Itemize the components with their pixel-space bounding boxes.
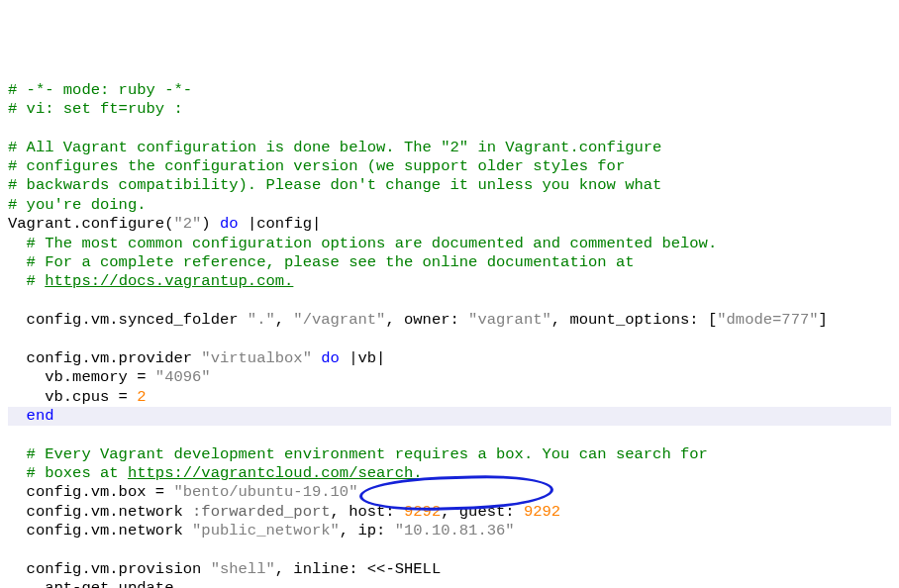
- code-token: , mount_options: [: [551, 311, 717, 329]
- code-token: |config|: [239, 215, 322, 233]
- number-literal: 2: [137, 388, 146, 406]
- comment-line: # configures the configuration version (…: [8, 157, 625, 175]
- code-token: Vagrant: [8, 215, 72, 233]
- string-literal: "public_network": [192, 522, 340, 539]
- code-token: , guest:: [441, 503, 524, 521]
- symbol-literal: :forwarded_port: [192, 503, 331, 521]
- comment-line: # For a complete reference, please see t…: [8, 253, 635, 271]
- comment-line: #: [8, 272, 45, 290]
- code-token: ,: [275, 311, 294, 329]
- code-token: , owner:: [385, 311, 468, 329]
- string-literal: "vagrant": [468, 311, 551, 329]
- comment-line: # -*- mode: ruby -*-: [8, 81, 192, 99]
- comment-line: # The most common configuration options …: [8, 235, 717, 252]
- number-literal: 9292: [404, 503, 441, 521]
- code-token: config.vm.synced_folder: [8, 311, 248, 329]
- code-token: vb.memory =: [8, 368, 155, 386]
- string-literal: "2": [173, 215, 201, 233]
- code-token: , host:: [331, 503, 404, 521]
- code-token: ): [201, 215, 220, 233]
- heredoc-open: <<-SHELL: [367, 560, 441, 578]
- search-link: https://vagrantcloud.com/search.: [128, 464, 423, 482]
- string-literal: "/vagrant": [293, 311, 385, 329]
- string-literal: "dmode=777": [717, 311, 818, 329]
- comment-line: # you're doing.: [8, 196, 147, 214]
- code-token: .configure(: [72, 215, 173, 233]
- code-token: ]: [819, 311, 828, 329]
- code-token: config.vm.provider: [8, 349, 201, 367]
- code-token: vb.cpus =: [8, 388, 137, 406]
- code-token: [312, 349, 321, 367]
- string-literal: "virtualbox": [201, 349, 312, 367]
- shell-line: apt-get update: [8, 579, 173, 588]
- doc-link: https://docs.vagrantup.com.: [45, 272, 293, 290]
- code-token: , ip:: [340, 522, 395, 539]
- string-literal: "shell": [211, 560, 275, 578]
- code-token: config.vm.network: [8, 522, 192, 539]
- number-literal: 9292: [524, 503, 560, 521]
- comment-line: # boxes at: [8, 464, 128, 482]
- code-token: , inline:: [275, 560, 367, 578]
- code-token: |vb|: [340, 349, 386, 367]
- string-literal: "4096": [155, 368, 211, 386]
- keyword-do: do: [321, 349, 340, 367]
- highlighted-line: end: [8, 407, 891, 426]
- comment-line: # vi: set ft=ruby :: [8, 100, 183, 118]
- keyword-end: end: [8, 407, 54, 425]
- string-literal: ".": [248, 311, 275, 329]
- ip-value: "10.10.81.36": [395, 522, 515, 539]
- comment-line: # backwards compatibility). Please don't…: [8, 176, 661, 194]
- code-token: config.vm.provision: [8, 560, 211, 578]
- comment-line: # Every Vagrant development environment …: [8, 445, 708, 463]
- keyword-do: do: [220, 215, 239, 233]
- code-token: config.vm.box =: [8, 483, 173, 501]
- string-literal: "bento/ubuntu-19.10": [173, 483, 357, 501]
- comment-line: # All Vagrant configuration is done belo…: [8, 139, 661, 156]
- code-block: # -*- mode: ruby -*- # vi: set ft=ruby :…: [8, 81, 891, 589]
- code-token: config.vm.network: [8, 503, 192, 521]
